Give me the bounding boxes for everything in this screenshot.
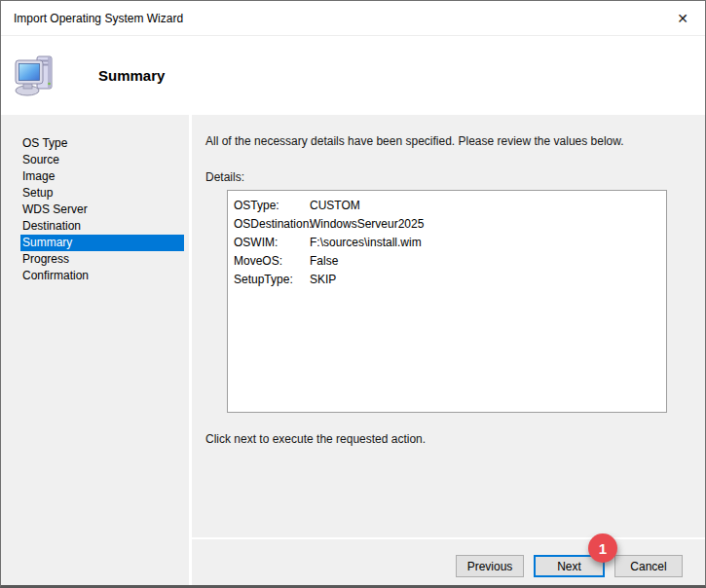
sidebar-item-progress[interactable]: Progress bbox=[20, 251, 184, 268]
detail-row-moveos: MoveOS: False bbox=[234, 254, 660, 273]
window-title: Import Operating System Wizard bbox=[1, 12, 183, 25]
footer-note: Click next to execute the requested acti… bbox=[205, 432, 705, 446]
detail-row-setuptype: SetupType: SKIP bbox=[234, 273, 660, 291]
detail-row-osdestination: OSDestination: WindowsServeur2025 bbox=[234, 217, 660, 236]
sidebar-item-destination[interactable]: Destination bbox=[20, 218, 184, 235]
sidebar-item-summary[interactable]: Summary bbox=[20, 235, 184, 251]
sidebar-item-source[interactable]: Source bbox=[20, 152, 184, 168]
intro-text: All of the necessary details have been s… bbox=[205, 134, 705, 148]
close-icon[interactable]: ✕ bbox=[660, 1, 705, 35]
sidebar-item-setup[interactable]: Setup bbox=[20, 185, 184, 202]
summary-content-pane: All of the necessary details have been s… bbox=[192, 115, 705, 537]
sidebar-item-image[interactable]: Image bbox=[20, 168, 184, 185]
detail-key: OSType: bbox=[234, 199, 310, 217]
detail-key: OSWIM: bbox=[234, 236, 310, 254]
detail-key: OSDestination: bbox=[234, 217, 310, 236]
detail-value: False bbox=[310, 254, 660, 273]
cancel-button[interactable]: Cancel bbox=[614, 555, 683, 577]
sidebar-item-wds-server[interactable]: WDS Server bbox=[20, 202, 184, 218]
detail-value: SKIP bbox=[310, 273, 660, 291]
wizard-body: OS Type Source Image Setup WDS Server De… bbox=[1, 115, 705, 586]
details-label: Details: bbox=[205, 170, 705, 184]
page-title: Summary bbox=[98, 67, 165, 84]
button-bar: Previous Next Cancel bbox=[192, 539, 705, 586]
previous-button[interactable]: Previous bbox=[456, 555, 524, 577]
detail-value: F:\sources\install.wim bbox=[310, 236, 660, 254]
detail-value: CUSTOM bbox=[310, 199, 660, 217]
computer-icon bbox=[14, 55, 55, 97]
detail-key: SetupType: bbox=[234, 273, 310, 291]
sidebar-item-confirmation[interactable]: Confirmation bbox=[20, 268, 184, 284]
wizard-window: Import Operating System Wizard ✕ bbox=[0, 0, 706, 588]
annotation-badge-1: 1 bbox=[588, 533, 617, 563]
wizard-steps-sidebar: OS Type Source Image Setup WDS Server De… bbox=[1, 115, 189, 586]
detail-key: MoveOS: bbox=[234, 254, 310, 273]
sidebar-item-os-type[interactable]: OS Type bbox=[20, 135, 184, 152]
titlebar: Import Operating System Wizard ✕ bbox=[1, 1, 705, 36]
detail-row-oswim: OSWIM: F:\sources\install.wim bbox=[234, 236, 660, 254]
detail-row-ostype: OSType: CUSTOM bbox=[234, 199, 660, 217]
details-textbox[interactable]: OSType: CUSTOM OSDestination: WindowsSer… bbox=[227, 190, 667, 413]
wizard-header: Summary bbox=[1, 36, 705, 115]
detail-value: WindowsServeur2025 bbox=[310, 217, 660, 236]
